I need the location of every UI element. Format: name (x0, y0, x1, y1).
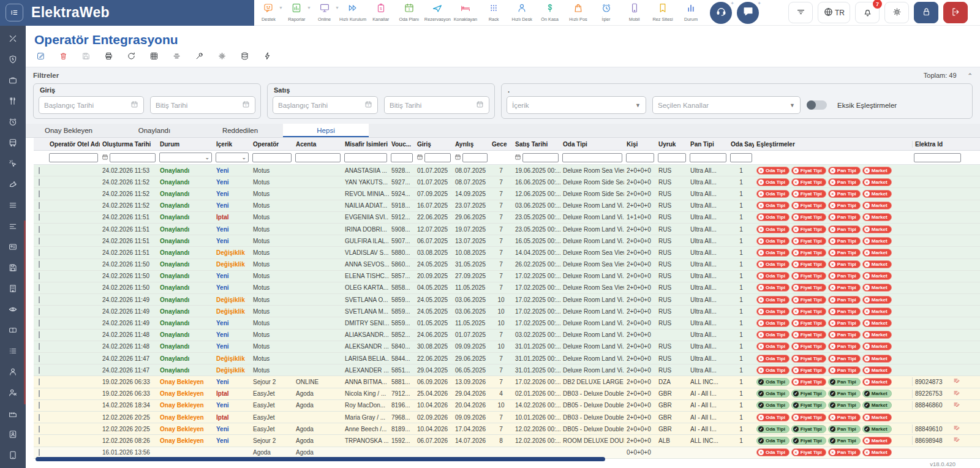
column-header-giris[interactable]: Giriş (415, 141, 453, 148)
match-market-badge[interactable]: ×Market (862, 167, 892, 175)
match-oda-tipi-badge[interactable]: ×Oda Tipi (756, 355, 790, 363)
match-oda-tipi-badge[interactable]: ×Oda Tipi (756, 331, 790, 339)
match-market-badge[interactable]: ×Market (862, 296, 892, 304)
language-button[interactable]: TR (818, 2, 850, 23)
tab-reddedilen[interactable]: Reddedilen (197, 124, 283, 137)
table-row[interactable]: 24.02.2026 11:50OnaylandıYeniMotusOLEG K… (34, 282, 980, 294)
match-pan-tipi-badge[interactable]: ✓Pan Tipi (828, 401, 861, 409)
sidebar-person-icon[interactable] (8, 367, 18, 379)
match-fiyat-tipi-badge[interactable]: ×Fiyat Tipi (791, 178, 826, 186)
sidebar-bus-icon[interactable] (8, 138, 18, 150)
column-filter-oda_sayisi[interactable] (728, 153, 754, 162)
kisi-filter-input[interactable] (626, 153, 654, 162)
acenta-filter-input[interactable] (295, 153, 341, 162)
table-row[interactable]: 24.02.2026 11:47OnaylandıDeğişiklikMotus… (34, 353, 980, 364)
nav-item-hizli-pos[interactable]: Hızlı Pos (564, 2, 592, 22)
match-oda-tipi-badge[interactable]: ×Oda Tipi (756, 190, 790, 198)
nav-item-online[interactable]: ▼Online (311, 2, 339, 22)
column-header-ayrilis[interactable]: Ayrılış (453, 141, 489, 148)
column-header-pan[interactable]: Pan Tipi (688, 141, 728, 148)
column-header-olusturma[interactable]: Oluşturma Tarihi (100, 141, 157, 148)
otel-filter-input[interactable] (49, 153, 98, 162)
column-header-misafir[interactable]: Misafir İsimleri (342, 141, 389, 148)
sidebar-shield-icon[interactable] (8, 55, 18, 67)
row-checkbox[interactable] (39, 414, 40, 421)
pan-filter-input[interactable] (690, 153, 726, 162)
match-fiyat-tipi-badge[interactable]: ×Fiyat Tipi (791, 355, 826, 363)
sidebar-tools-icon[interactable] (8, 34, 18, 46)
match-market-badge[interactable]: ×Market (862, 319, 892, 327)
satis-start-date-input[interactable]: Başlangıç Tarihi1 (273, 96, 378, 114)
match-market-badge[interactable]: ×Market (862, 213, 892, 221)
column-filter-vouc[interactable] (389, 153, 415, 162)
match-fiyat-tipi-badge[interactable]: ×Fiyat Tipi (791, 308, 826, 315)
tab-onay-bekleyen[interactable]: Onay Bekleyen (26, 124, 111, 137)
match-market-badge[interactable]: ×Market (862, 342, 892, 350)
match-oda-tipi-badge[interactable]: ✓Oda Tipi (756, 378, 790, 386)
row-checkbox[interactable] (39, 437, 40, 444)
row-checkbox[interactable] (39, 426, 40, 432)
giris-end-date-input[interactable]: Bitiş Tarihi1 (150, 96, 255, 114)
flash-icon[interactable] (263, 51, 272, 63)
match-pan-tipi-badge[interactable]: ×Pan Tipi (828, 213, 861, 221)
column-filter-kisi[interactable] (624, 153, 656, 162)
column-filter-ayrilis[interactable]: 1 (453, 152, 489, 163)
column-filter-olusturma[interactable]: 1 (100, 152, 157, 163)
support-headset-button[interactable]: ✦ (710, 2, 732, 24)
match-oda-tipi-badge[interactable]: ✓Oda Tipi (756, 390, 790, 398)
table-row[interactable]: 19.02.2026 06:33Onay BekleyenYeniSejour … (34, 376, 980, 388)
refresh-icon[interactable] (127, 51, 136, 63)
match-oda-tipi-badge[interactable]: ×Oda Tipi (756, 296, 790, 304)
eksik-eslestirmeler-toggle[interactable] (807, 100, 827, 110)
match-pan-tipi-badge[interactable]: ×Pan Tipi (828, 225, 861, 233)
row-checkbox[interactable] (39, 238, 40, 244)
match-pan-tipi-badge[interactable]: ✓Pan Tipi (828, 437, 861, 445)
column-header-oda_sayisi[interactable]: Oda Sayısı (728, 141, 754, 148)
edit-list-icon[interactable] (953, 390, 960, 398)
match-market-badge[interactable]: ✓Market (862, 401, 892, 409)
match-market-badge[interactable]: ×Market (862, 378, 892, 386)
row-checkbox[interactable] (39, 331, 40, 338)
match-market-badge[interactable]: ×Market (862, 260, 892, 268)
table-row[interactable]: 24.02.2026 11:52OnaylandıYeniMotusREVOL … (34, 188, 980, 200)
table-row[interactable]: 24.02.2026 11:49OnaylandıDeğişiklikMotus… (34, 306, 980, 317)
table-row[interactable]: 24.02.2026 11:52OnaylandıYeniMotusNAILIA… (34, 200, 980, 212)
match-oda-tipi-badge[interactable]: ×Oda Tipi (756, 413, 790, 421)
save-icon[interactable] (81, 51, 91, 63)
oda_sayisi-filter-input[interactable] (730, 153, 752, 162)
sidebar-eye-icon[interactable] (8, 304, 18, 317)
match-market-badge[interactable]: ×Market (862, 413, 892, 421)
column-filter-pan[interactable] (688, 153, 728, 162)
match-oda-tipi-badge[interactable]: ×Oda Tipi (756, 260, 790, 268)
match-market-badge[interactable]: ×Market (862, 331, 892, 339)
row-checkbox[interactable] (39, 355, 40, 362)
nav-item-i-sler[interactable]: İşler (592, 2, 620, 22)
gear-icon[interactable] (217, 51, 227, 63)
match-oda-tipi-badge[interactable]: ×Oda Tipi (756, 308, 790, 315)
table-row[interactable]: 12.02.2026 20:25Onay BekleyenYeniEasyJet… (34, 423, 980, 435)
giris-start-date-input[interactable]: Başlangıç Tarihi1 (39, 96, 144, 114)
sidebar-toggle-button[interactable] (6, 4, 23, 21)
row-checkbox[interactable] (39, 343, 40, 350)
secilen-kanallar-select[interactable]: Seçilen Kanallar▼ (652, 96, 801, 114)
match-market-badge[interactable]: ×Market (862, 190, 892, 198)
nav-item-durum[interactable]: Durum (677, 2, 705, 22)
sidebar-checklist-icon[interactable] (8, 346, 18, 358)
horizontal-scrollbar-thumb[interactable] (36, 457, 605, 461)
nav-item-rack[interactable]: Rack (480, 2, 508, 22)
table-row[interactable]: 24.02.2026 11:49OnaylandıDeğişiklikMotus… (34, 294, 980, 306)
edit-list-icon[interactable] (953, 377, 960, 386)
row-checkbox[interactable] (39, 308, 40, 315)
match-market-badge[interactable]: ×Market (862, 448, 892, 456)
calendar-icon[interactable]: 1 (514, 152, 521, 163)
match-fiyat-tipi-badge[interactable]: ×Fiyat Tipi (791, 378, 826, 386)
match-oda-tipi-badge[interactable]: ×Oda Tipi (756, 342, 790, 350)
filter-rows-icon[interactable] (172, 51, 181, 63)
nav-item-on-kasa[interactable]: Ön Kasa (536, 2, 564, 22)
print-icon[interactable] (104, 51, 113, 63)
column-filter-otel[interactable] (47, 153, 100, 162)
satis-end-date-input[interactable]: Bitiş Tarihi1 (384, 96, 489, 114)
match-pan-tipi-badge[interactable]: ×Pan Tipi (828, 413, 861, 421)
match-market-badge[interactable]: ×Market (862, 284, 892, 292)
calendar-icon[interactable]: 1 (454, 152, 461, 163)
